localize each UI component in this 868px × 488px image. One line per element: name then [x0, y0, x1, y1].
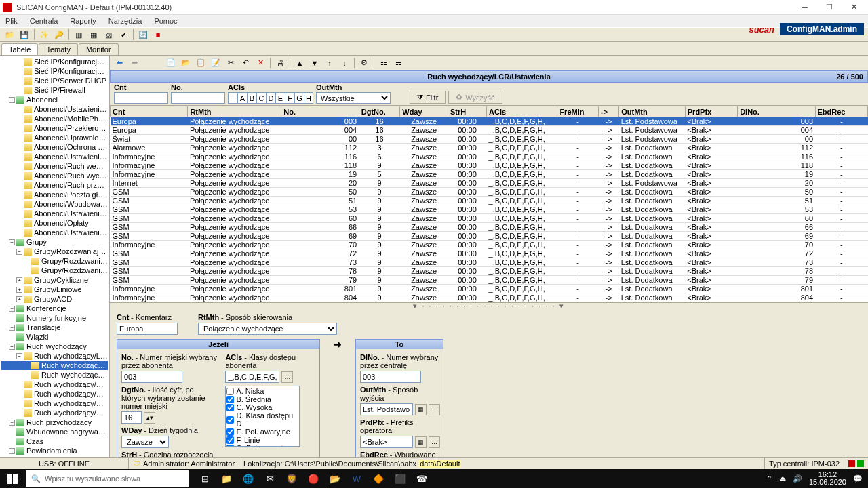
tree-item[interactable]: Abonenci/Ochrona przed usługam	[1, 142, 108, 152]
system-tray[interactable]: ⌃ ⏏ 🔊 16:1215.06.2020 💬	[761, 471, 868, 486]
doc-new-icon[interactable]: 📄	[164, 57, 178, 69]
column-header[interactable]: ->	[598, 106, 618, 117]
table-row[interactable]: GSMPołączenie wychodzące509Zawsze00:00_,…	[111, 188, 868, 197]
filter-letter-A[interactable]: A	[237, 92, 247, 104]
filter-button[interactable]: ⧩Filtr	[410, 91, 446, 104]
tree-item[interactable]: Sieć IP/Firewall	[1, 85, 108, 95]
tree-item[interactable]: −Abonenci	[1, 95, 108, 104]
menu-raporty[interactable]: Raporty	[67, 16, 99, 26]
filter-letter-D[interactable]: D	[266, 92, 275, 104]
table-row[interactable]: InformacyjnePołączenie wychodzące8019Zaw…	[111, 285, 868, 293]
tree-item[interactable]: −Ruch wychodzący/LCR	[1, 351, 108, 361]
move-down-icon[interactable]: ↓	[338, 57, 351, 69]
table-row[interactable]: ŚwiatPołączenie wychodzące0016Zawsze00:0…	[111, 135, 868, 144]
tree-item[interactable]: Ruch wychodzący/Operatorzy	[1, 408, 108, 418]
filter-letter-E[interactable]: E	[275, 92, 285, 104]
menu-narzedzia[interactable]: Narzędzia	[106, 16, 145, 26]
column-header[interactable]: ACls	[487, 106, 557, 117]
table-row[interactable]: EuropaPołączenie wychodzące00316Zawsze00…	[111, 117, 868, 126]
tree-toggle-icon[interactable]: −	[16, 249, 22, 255]
filter-acls-letters[interactable]: _ABCDEFGH	[228, 92, 313, 104]
detail-wday-select[interactable]: Zawsze	[121, 436, 169, 448]
detail-prdpfx-input[interactable]	[360, 436, 413, 448]
tree-item[interactable]: Abonenci/Ruch wychodzący	[1, 171, 108, 180]
table-row[interactable]: GSMPołączenie wychodzące729Zawsze00:00_,…	[111, 249, 868, 258]
explorer-icon[interactable]: 📁	[216, 469, 237, 488]
column-header[interactable]: DlNo.	[738, 106, 815, 117]
mail-icon[interactable]: ✉	[259, 469, 281, 488]
filter-letter-_[interactable]: _	[228, 92, 237, 104]
minimize-button[interactable]: ─	[793, 1, 816, 14]
tree-item[interactable]: Sieć IP/Konfiguracja VoIP	[1, 66, 108, 76]
tree-item[interactable]: Abonenci/Ruch wewnętrzny	[1, 161, 108, 171]
table-row[interactable]: GSMPołączenie wychodzące699Zawsze00:00_,…	[111, 232, 868, 241]
table-row[interactable]: InformacyjnePołączenie wychodzące709Zaws…	[111, 241, 868, 249]
table-row[interactable]: EuropaPołączenie wychodzące00416Zawsze00…	[111, 126, 868, 135]
tree-item[interactable]: +Konferencje	[1, 304, 108, 313]
table-row[interactable]: GSMPołączenie wychodzące739Zawsze00:00_,…	[111, 258, 868, 267]
word-icon[interactable]: W	[346, 469, 368, 488]
tree-item[interactable]: Wiązki	[1, 332, 108, 342]
tree-item[interactable]: Ruch wychodzący/LCR/Usta	[1, 361, 108, 370]
lookup-icon[interactable]: …	[281, 371, 293, 383]
tree-item[interactable]: Abonenci/Poczta głosowa	[1, 190, 108, 199]
tree-item[interactable]: +Grupy/Liniowe	[1, 285, 108, 294]
column-header[interactable]: StrH	[448, 106, 486, 117]
tab-tematy[interactable]: Tematy	[39, 43, 77, 55]
data-grid[interactable]: CntRtMthNo.DgtNo.WdayStrHAClsFreMin->Out…	[110, 106, 868, 302]
tree-item[interactable]: Abonenci/Opłaty	[1, 218, 108, 228]
tree-item[interactable]: −Ruch wychodzący	[1, 342, 108, 351]
table-row[interactable]: GSMPołączenie wychodzące889Zawsze00:00_,…	[111, 302, 868, 303]
column-header[interactable]: Cnt	[111, 106, 188, 117]
tree-item[interactable]: Abonenci/Ustawienia VoIP	[1, 228, 108, 237]
doc-paste-icon[interactable]: 📝	[209, 57, 222, 69]
doc-copy-icon[interactable]: 📋	[194, 57, 208, 69]
app3-icon[interactable]: ⬛	[389, 469, 411, 488]
tree-item[interactable]: Abonenci/Ruch przychodzący	[1, 180, 108, 190]
tree-item[interactable]: −Grupy/Rozdzwaniające	[1, 247, 108, 256]
tree-item[interactable]: Sieć IP/Konfiguracja PoE	[1, 57, 108, 66]
tree-item[interactable]: Numery funkcyjne	[1, 313, 108, 323]
sort-up-icon[interactable]: ▲	[293, 57, 307, 69]
tool-stop-icon[interactable]: ■	[151, 28, 165, 41]
table-row[interactable]: InformacyjnePołączenie wychodzące1166Zaw…	[111, 152, 868, 161]
column-header[interactable]: Wday	[400, 106, 448, 117]
app1-icon[interactable]: 🔴	[302, 469, 324, 488]
tree-item[interactable]: Abonenci/Ustawienia CTI	[1, 209, 108, 218]
column-header[interactable]: EbdRec	[815, 106, 867, 117]
tree-item[interactable]: Ruch wychodzący/LCR/Opła	[1, 370, 108, 380]
tree-item[interactable]: +Grupy/Cykliczne	[1, 275, 108, 285]
menu-plik[interactable]: Plik	[3, 16, 20, 26]
tree-item[interactable]: Ruch wychodzący/Prefiksy dozwo	[1, 389, 108, 399]
print-icon[interactable]: 🖨	[273, 57, 287, 69]
spinner-icon[interactable]: ▴▾	[144, 412, 155, 424]
filter-letter-C[interactable]: C	[256, 92, 266, 104]
tray-eject-icon[interactable]: ⏏	[779, 474, 786, 483]
filter-letter-B[interactable]: B	[247, 92, 256, 104]
tree-item[interactable]: Abonenci/Ustawienia pozostałe	[1, 152, 108, 161]
doc-undo-icon[interactable]: ↶	[239, 57, 252, 69]
acls-checkbox[interactable]	[226, 388, 234, 395]
acls-checkbox[interactable]	[226, 404, 234, 411]
configman-icon[interactable]: ☎	[411, 469, 433, 488]
table-row[interactable]: GSMPołączenie wychodzące539Zawsze00:00_,…	[111, 205, 868, 214]
tree-item[interactable]: Grupy/Rozdzwaniające/Ustaw	[1, 256, 108, 266]
tree-item[interactable]: Czas	[1, 436, 108, 446]
tree-item[interactable]: Grupy/Rozdzwaniające/Skład	[1, 266, 108, 275]
table-row[interactable]: InformacyjnePołączenie wychodzące8049Zaw…	[111, 293, 868, 302]
table-row[interactable]: AlarmowePołączenie wychodzące1123Zawsze0…	[111, 144, 868, 152]
tool-open-icon[interactable]: 📁	[3, 28, 16, 41]
sidebar-tree[interactable]: Sieć IP/Konfiguracja PoESieć IP/Konfigur…	[0, 56, 110, 461]
column-header[interactable]: RtMth	[188, 106, 281, 117]
filter-no-input[interactable]	[171, 92, 225, 104]
tree-item[interactable]: Abonenci/Uprawnienia do usług	[1, 133, 108, 142]
grid-icon[interactable]: ▦	[415, 404, 427, 415]
cfg3-icon[interactable]: ☵	[392, 57, 406, 69]
clear-button[interactable]: ♻Wyczyść	[448, 91, 502, 104]
acls-checkbox[interactable]	[226, 436, 234, 444]
tool-key-icon[interactable]: 🔑	[52, 28, 66, 41]
tool-check-icon[interactable]: ✔	[117, 28, 130, 41]
filter-letter-H[interactable]: H	[304, 92, 313, 104]
acls-checkbox[interactable]	[226, 428, 234, 436]
tree-item[interactable]: Ruch wychodzący/Prefiksy SMS	[1, 399, 108, 408]
